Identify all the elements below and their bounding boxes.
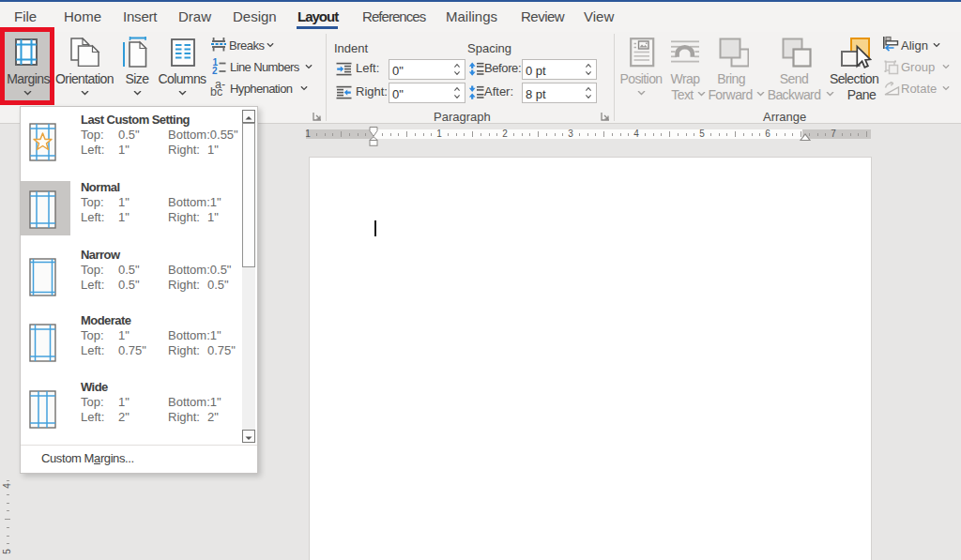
svg-text:2: 2 [212, 66, 218, 75]
svg-text:bc: bc [210, 85, 222, 97]
